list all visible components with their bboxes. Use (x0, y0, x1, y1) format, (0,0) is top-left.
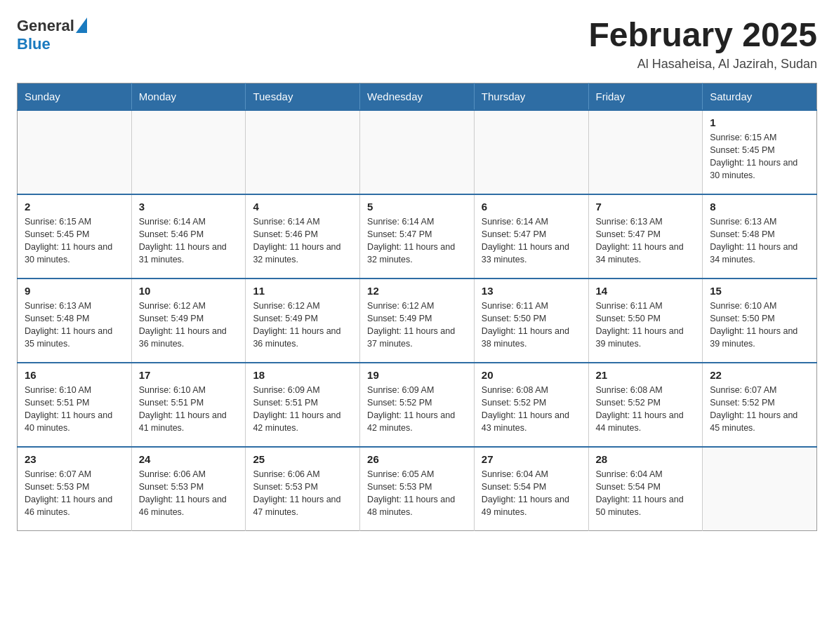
calendar-cell: 18Sunrise: 6:09 AM Sunset: 5:51 PM Dayli… (246, 363, 360, 447)
month-title: February 2025 (588, 17, 817, 54)
calendar-header-row: SundayMondayTuesdayWednesdayThursdayFrid… (18, 83, 817, 110)
calendar-cell: 20Sunrise: 6:08 AM Sunset: 5:52 PM Dayli… (474, 363, 588, 447)
calendar-cell: 8Sunrise: 6:13 AM Sunset: 5:48 PM Daylig… (703, 194, 817, 279)
calendar-cell: 22Sunrise: 6:07 AM Sunset: 5:52 PM Dayli… (703, 363, 817, 447)
calendar-cell: 26Sunrise: 6:05 AM Sunset: 5:53 PM Dayli… (360, 447, 475, 531)
page-header: General Blue February 2025 Al Hasaheisa,… (17, 17, 817, 72)
day-info: Sunrise: 6:07 AM Sunset: 5:53 PM Dayligh… (25, 468, 124, 519)
day-info: Sunrise: 6:10 AM Sunset: 5:50 PM Dayligh… (710, 300, 809, 351)
calendar-cell (360, 110, 475, 194)
day-info: Sunrise: 6:11 AM Sunset: 5:50 PM Dayligh… (482, 300, 581, 351)
day-number: 26 (367, 453, 467, 465)
week-row-3: 9Sunrise: 6:13 AM Sunset: 5:48 PM Daylig… (18, 279, 817, 363)
day-info: Sunrise: 6:08 AM Sunset: 5:52 PM Dayligh… (596, 384, 696, 435)
day-info: Sunrise: 6:14 AM Sunset: 5:46 PM Dayligh… (253, 215, 352, 267)
calendar-cell (246, 110, 360, 194)
day-number: 22 (710, 369, 809, 381)
calendar-cell: 24Sunrise: 6:06 AM Sunset: 5:53 PM Dayli… (131, 447, 246, 531)
calendar-cell (131, 110, 246, 194)
day-number: 14 (596, 285, 696, 297)
day-info: Sunrise: 6:04 AM Sunset: 5:54 PM Dayligh… (596, 468, 696, 519)
logo-general-text: General (17, 17, 74, 35)
calendar-cell: 13Sunrise: 6:11 AM Sunset: 5:50 PM Dayli… (474, 279, 588, 363)
calendar-cell: 4Sunrise: 6:14 AM Sunset: 5:46 PM Daylig… (246, 194, 360, 279)
calendar-cell: 15Sunrise: 6:10 AM Sunset: 5:50 PM Dayli… (703, 279, 817, 363)
day-info: Sunrise: 6:15 AM Sunset: 5:45 PM Dayligh… (710, 131, 809, 182)
title-block: February 2025 Al Hasaheisa, Al Jazirah, … (588, 17, 817, 72)
day-info: Sunrise: 6:10 AM Sunset: 5:51 PM Dayligh… (25, 384, 124, 435)
calendar-cell: 5Sunrise: 6:14 AM Sunset: 5:47 PM Daylig… (360, 194, 475, 279)
day-number: 19 (367, 369, 467, 381)
day-info: Sunrise: 6:05 AM Sunset: 5:53 PM Dayligh… (367, 468, 467, 519)
header-saturday: Saturday (703, 83, 817, 110)
day-info: Sunrise: 6:06 AM Sunset: 5:53 PM Dayligh… (139, 468, 239, 519)
day-number: 16 (25, 369, 124, 381)
header-monday: Monday (131, 83, 246, 110)
calendar-cell: 19Sunrise: 6:09 AM Sunset: 5:52 PM Dayli… (360, 363, 475, 447)
day-info: Sunrise: 6:07 AM Sunset: 5:52 PM Dayligh… (710, 384, 809, 435)
calendar-cell: 1Sunrise: 6:15 AM Sunset: 5:45 PM Daylig… (703, 110, 817, 194)
calendar-cell: 9Sunrise: 6:13 AM Sunset: 5:48 PM Daylig… (18, 279, 132, 363)
day-info: Sunrise: 6:14 AM Sunset: 5:47 PM Dayligh… (482, 215, 581, 267)
day-number: 21 (596, 369, 696, 381)
day-info: Sunrise: 6:04 AM Sunset: 5:54 PM Dayligh… (482, 468, 581, 519)
day-info: Sunrise: 6:08 AM Sunset: 5:52 PM Dayligh… (482, 384, 581, 435)
calendar-cell: 14Sunrise: 6:11 AM Sunset: 5:50 PM Dayli… (588, 279, 703, 363)
day-info: Sunrise: 6:14 AM Sunset: 5:46 PM Dayligh… (139, 215, 239, 267)
week-row-2: 2Sunrise: 6:15 AM Sunset: 5:45 PM Daylig… (18, 194, 817, 279)
calendar-cell: 12Sunrise: 6:12 AM Sunset: 5:49 PM Dayli… (360, 279, 475, 363)
header-tuesday: Tuesday (246, 83, 360, 110)
day-number: 23 (25, 453, 124, 465)
day-number: 24 (139, 453, 239, 465)
day-info: Sunrise: 6:12 AM Sunset: 5:49 PM Dayligh… (253, 300, 352, 351)
day-number: 13 (482, 285, 581, 297)
calendar-cell: 25Sunrise: 6:06 AM Sunset: 5:53 PM Dayli… (246, 447, 360, 531)
day-number: 25 (253, 453, 352, 465)
day-number: 3 (139, 201, 239, 213)
calendar-cell: 11Sunrise: 6:12 AM Sunset: 5:49 PM Dayli… (246, 279, 360, 363)
calendar-cell: 6Sunrise: 6:14 AM Sunset: 5:47 PM Daylig… (474, 194, 588, 279)
logo-triangle-icon (76, 18, 87, 33)
calendar-cell: 10Sunrise: 6:12 AM Sunset: 5:49 PM Dayli… (131, 279, 246, 363)
calendar-cell: 3Sunrise: 6:14 AM Sunset: 5:46 PM Daylig… (131, 194, 246, 279)
day-info: Sunrise: 6:13 AM Sunset: 5:48 PM Dayligh… (25, 300, 124, 351)
week-row-5: 23Sunrise: 6:07 AM Sunset: 5:53 PM Dayli… (18, 447, 817, 531)
day-number: 11 (253, 285, 352, 297)
day-number: 1 (710, 116, 809, 128)
day-info: Sunrise: 6:13 AM Sunset: 5:48 PM Dayligh… (710, 215, 809, 267)
calendar-cell (18, 110, 132, 194)
day-number: 12 (367, 285, 467, 297)
day-info: Sunrise: 6:14 AM Sunset: 5:47 PM Dayligh… (367, 215, 467, 267)
day-info: Sunrise: 6:15 AM Sunset: 5:45 PM Dayligh… (25, 215, 124, 267)
day-info: Sunrise: 6:11 AM Sunset: 5:50 PM Dayligh… (596, 300, 696, 351)
day-number: 10 (139, 285, 239, 297)
day-info: Sunrise: 6:13 AM Sunset: 5:47 PM Dayligh… (596, 215, 696, 267)
day-number: 5 (367, 201, 467, 213)
logo-blue-text: Blue (17, 35, 51, 53)
calendar-cell (588, 110, 703, 194)
week-row-1: 1Sunrise: 6:15 AM Sunset: 5:45 PM Daylig… (18, 110, 817, 194)
header-thursday: Thursday (474, 83, 588, 110)
calendar-cell: 23Sunrise: 6:07 AM Sunset: 5:53 PM Dayli… (18, 447, 132, 531)
day-info: Sunrise: 6:12 AM Sunset: 5:49 PM Dayligh… (139, 300, 239, 351)
day-number: 6 (482, 201, 581, 213)
day-number: 4 (253, 201, 352, 213)
calendar-cell: 2Sunrise: 6:15 AM Sunset: 5:45 PM Daylig… (18, 194, 132, 279)
day-info: Sunrise: 6:12 AM Sunset: 5:49 PM Dayligh… (367, 300, 467, 351)
header-friday: Friday (588, 83, 703, 110)
day-number: 20 (482, 369, 581, 381)
day-number: 17 (139, 369, 239, 381)
header-wednesday: Wednesday (360, 83, 475, 110)
calendar-cell: 16Sunrise: 6:10 AM Sunset: 5:51 PM Dayli… (18, 363, 132, 447)
day-number: 18 (253, 369, 352, 381)
calendar-cell (474, 110, 588, 194)
calendar-cell (703, 447, 817, 531)
day-number: 8 (710, 201, 809, 213)
calendar-cell: 28Sunrise: 6:04 AM Sunset: 5:54 PM Dayli… (588, 447, 703, 531)
calendar-cell: 17Sunrise: 6:10 AM Sunset: 5:51 PM Dayli… (131, 363, 246, 447)
calendar-table: SundayMondayTuesdayWednesdayThursdayFrid… (17, 83, 817, 532)
day-info: Sunrise: 6:06 AM Sunset: 5:53 PM Dayligh… (253, 468, 352, 519)
logo: General Blue (17, 17, 87, 53)
calendar-cell: 21Sunrise: 6:08 AM Sunset: 5:52 PM Dayli… (588, 363, 703, 447)
day-info: Sunrise: 6:09 AM Sunset: 5:52 PM Dayligh… (367, 384, 467, 435)
